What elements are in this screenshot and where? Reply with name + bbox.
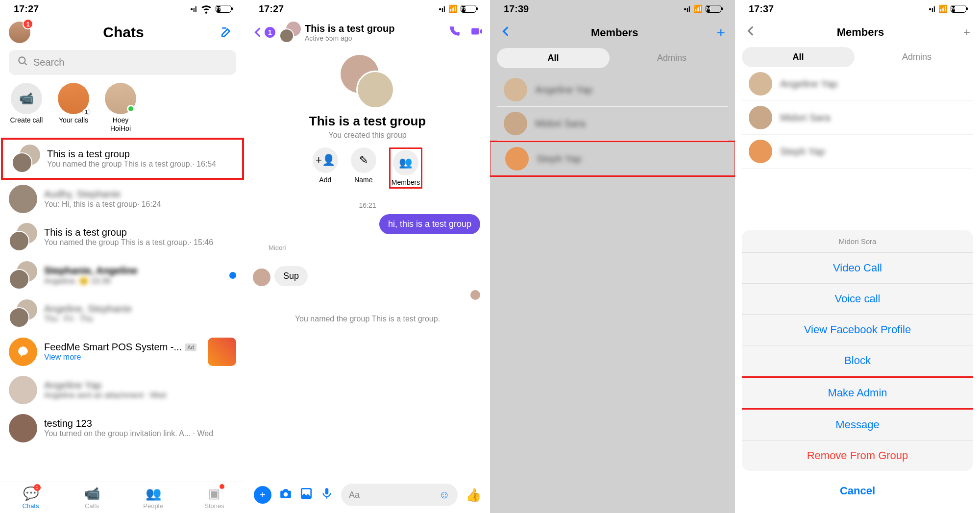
wifi-icon xyxy=(200,2,213,16)
status-bar: 17:27 •ıl 27 xyxy=(0,0,245,18)
member-row[interactable]: Midori Sara xyxy=(497,107,728,141)
time-label: 17:27 xyxy=(14,3,39,15)
add-person-icon: +👤 xyxy=(316,154,335,167)
group-hero-avatar xyxy=(341,55,394,109)
remove-from-group-action[interactable]: Remove From Group xyxy=(742,440,973,471)
chat-row[interactable]: testing 123You turned on the group invit… xyxy=(0,409,245,447)
voice-call-action[interactable]: Voice call xyxy=(742,284,973,315)
signal-icon: •ıl xyxy=(439,5,445,13)
search-icon xyxy=(17,55,29,70)
page-title: Members xyxy=(837,26,884,39)
nav-people[interactable]: 👥People xyxy=(122,482,184,513)
ad-row[interactable]: FeedMe Smart POS System -...Ad View more xyxy=(0,333,245,371)
microphone-icon[interactable] xyxy=(320,487,333,503)
video-call-action[interactable]: Video Call xyxy=(742,253,973,284)
members-action[interactable]: 👥Members xyxy=(392,150,420,186)
video-plus-icon: 📹 xyxy=(19,92,34,105)
back-button xyxy=(745,24,758,40)
wifi-icon: 📶 xyxy=(938,4,948,13)
your-calls-button[interactable]: 1 Your calls xyxy=(56,83,91,133)
status-bar: 17:37 •ıl📶26 xyxy=(735,0,980,18)
member-row: Midori Sara xyxy=(742,101,973,135)
unread-indicator xyxy=(229,272,236,279)
member-row[interactable]: Steph Yap xyxy=(498,142,727,175)
add-member-button[interactable]: + xyxy=(716,24,725,41)
time-label: 17:39 xyxy=(504,3,529,15)
gallery-icon[interactable] xyxy=(300,487,313,503)
group-avatar[interactable] xyxy=(279,22,301,43)
chat-row[interactable]: This is a test groupYou named the group … xyxy=(0,218,245,256)
ad-badge: Ad xyxy=(185,343,196,351)
chats-panel: 17:27 •ıl 27 1 Chats Search 📹 Create cal… xyxy=(0,0,245,513)
notification-badge: 1 xyxy=(23,19,33,29)
stories-row: 📹 Create call 1 Your calls Hoey HoiHoi xyxy=(0,80,245,138)
member-row[interactable]: Angeline Yap xyxy=(497,73,728,107)
segment-admins: Admins xyxy=(860,47,973,67)
search-input[interactable]: Search xyxy=(9,50,236,75)
add-member-button: + xyxy=(963,25,970,39)
page-title: Members xyxy=(591,26,638,39)
make-admin-action[interactable]: Make Admin xyxy=(742,378,973,408)
name-action[interactable]: ✎Name xyxy=(351,147,376,189)
segment-control: All Admins xyxy=(490,48,735,73)
chat-row[interactable]: Stephanie, AngelineAngeline: 😊 10:39 xyxy=(0,256,245,294)
story-contact[interactable]: Hoey HoiHoi xyxy=(103,83,138,133)
battery-icon: 26 xyxy=(951,5,966,13)
create-call-button[interactable]: 📹 Create call xyxy=(9,83,44,133)
back-button[interactable] xyxy=(500,25,513,41)
compose-button[interactable] xyxy=(217,23,236,42)
page-title: Chats xyxy=(30,24,217,41)
member-row: Steph Yap xyxy=(742,135,973,169)
bottom-nav: 💬1Chats 📹Calls 👥People ▣Stories xyxy=(0,482,245,513)
pencil-icon: ✎ xyxy=(359,154,368,167)
ad-logo-icon xyxy=(9,338,37,366)
emoji-icon[interactable]: ☺ xyxy=(439,489,450,501)
video-call-button[interactable] xyxy=(470,25,483,40)
svg-point-0 xyxy=(19,57,25,63)
wifi-icon: 📶 xyxy=(693,4,703,13)
block-action[interactable]: Block xyxy=(742,345,973,376)
add-button[interactable]: + xyxy=(254,486,271,504)
read-receipt-avatar xyxy=(470,290,480,300)
nav-stories[interactable]: ▣Stories xyxy=(184,482,245,513)
time-label: 17:37 xyxy=(749,3,774,15)
audio-call-button[interactable] xyxy=(448,25,461,40)
camera-icon[interactable] xyxy=(279,487,292,503)
status-bar: 17:39 •ıl📶26 xyxy=(490,0,735,18)
view-more-link[interactable]: View more xyxy=(44,353,201,362)
signal-icon: •ıl xyxy=(929,5,935,13)
chat-row[interactable]: This is a test groupYou named the group … xyxy=(3,140,242,178)
message-action[interactable]: Message xyxy=(742,410,973,440)
wifi-icon: 📶 xyxy=(448,4,458,13)
profile-avatar[interactable]: 1 xyxy=(9,22,30,43)
segment-all[interactable]: All xyxy=(497,48,610,68)
svg-rect-3 xyxy=(325,488,329,494)
view-profile-action[interactable]: View Facebook Profile xyxy=(742,315,973,345)
cancel-action[interactable]: Cancel xyxy=(742,476,973,506)
thumbs-up-button[interactable]: 👍 xyxy=(466,488,481,503)
time-label: 17:27 xyxy=(259,3,284,15)
segment-control: All Admins xyxy=(742,47,973,67)
member-actions-panel: 17:37 •ıl📶26 Members + All Admins Angeli… xyxy=(735,0,980,513)
back-button[interactable]: 1 xyxy=(252,26,275,39)
chat-row[interactable]: Angeline, StephanieThu · Fri · Thu xyxy=(0,294,245,333)
segment-admins[interactable]: Admins xyxy=(615,48,728,68)
chat-row[interactable]: Audhy, StephanieYou: Hi, this is a test … xyxy=(0,180,245,218)
svg-rect-1 xyxy=(471,28,479,35)
stories-icon: ▣ xyxy=(208,486,220,501)
chat-row[interactable]: Angeline YapAngeline sent an attachment … xyxy=(0,371,245,409)
status-bar: 17:27 •ıl📶27 xyxy=(245,0,490,18)
chat-title[interactable]: This is a test groupActive 55m ago xyxy=(305,23,444,42)
group-name: This is a test group xyxy=(309,114,426,129)
nav-chats[interactable]: 💬1Chats xyxy=(0,482,61,513)
signal-icon: •ıl xyxy=(684,5,690,13)
battery-icon: 26 xyxy=(706,5,721,13)
video-icon: 📹 xyxy=(84,486,100,501)
sheet-header: Midori Sora xyxy=(742,230,973,253)
sender-avatar[interactable] xyxy=(253,269,270,286)
sender-name: Midori xyxy=(269,244,490,251)
add-action[interactable]: +👤Add xyxy=(313,147,338,189)
nav-calls[interactable]: 📹Calls xyxy=(61,482,122,513)
message-input[interactable]: Aa☺ xyxy=(341,484,458,506)
ad-thumbnail xyxy=(208,338,236,366)
